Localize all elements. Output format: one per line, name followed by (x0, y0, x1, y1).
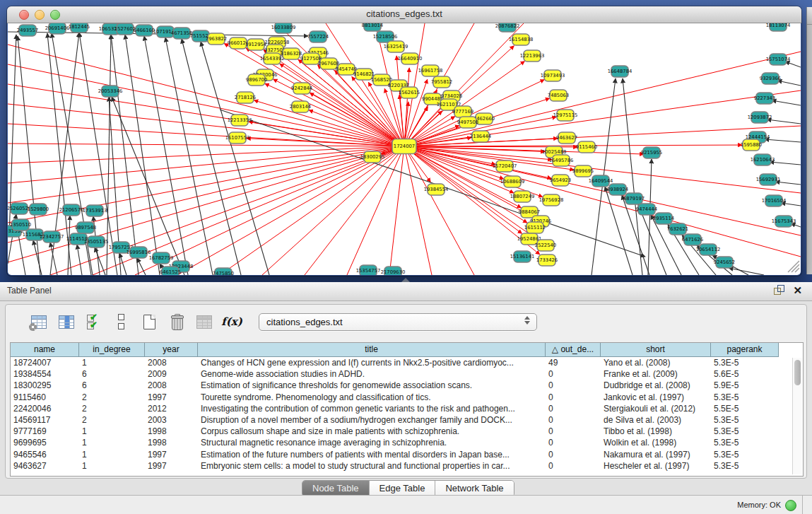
table-cell[interactable]: 9699695 (11, 438, 79, 448)
network-node[interactable]: 21206576 (59, 204, 84, 216)
network-edge[interactable] (404, 146, 801, 235)
network-node[interactable]: 2522540 (535, 240, 556, 251)
select-column-icon[interactable] (57, 313, 76, 331)
network-node[interactable]: 15692931 (756, 174, 781, 185)
network-node[interactable]: 21709630 (381, 267, 406, 275)
network-node[interactable]: 1562615 (399, 87, 420, 98)
network-edge[interactable] (254, 100, 404, 146)
network-node[interactable]: 16210643 (751, 154, 775, 165)
network-node[interactable]: 12975115 (553, 110, 578, 121)
table-cell[interactable]: 2009 (145, 369, 198, 379)
network-node[interactable]: 1812445 (69, 23, 90, 33)
table-cell[interactable]: 2 (79, 415, 145, 425)
network-node[interactable]: 9896700 (246, 74, 267, 86)
table-cell[interactable]: 1 (79, 438, 145, 448)
network-node[interactable]: 9329366 (760, 73, 781, 84)
table-cell[interactable]: 49 (546, 358, 601, 368)
table-cell[interactable]: 5.3E-5 (711, 392, 779, 402)
network-node[interactable]: 6879197 (623, 193, 645, 204)
table-row[interactable]: 1456911722003Disruption of a novel membe… (11, 414, 803, 426)
table-cell[interactable]: Franke et al. (2009) (601, 369, 711, 379)
table-cell[interactable]: 0 (546, 450, 601, 460)
column-header-pagerank[interactable]: pagerank (711, 343, 779, 357)
table-cell[interactable]: 2 (79, 392, 145, 402)
table-cell[interactable]: 1998 (145, 438, 198, 448)
table-cell[interactable]: 6 (79, 380, 145, 390)
network-edge[interactable] (347, 146, 404, 275)
network-node[interactable]: 2493557 (17, 25, 38, 36)
table-cell[interactable]: Changes of HCN gene expression and I(f) … (198, 358, 546, 368)
table-cell[interactable]: Dudbridge et al. (2008) (601, 380, 711, 390)
network-edge[interactable] (305, 146, 404, 275)
network-edge[interactable] (220, 110, 645, 257)
network-node[interactable]: 7475850 (213, 268, 234, 275)
table-cell[interactable]: 0 (546, 392, 601, 402)
table-cell[interactable]: Estimation of significance thresholds fo… (198, 380, 546, 390)
table-cell[interactable]: 14569117 (11, 415, 79, 425)
table-cell[interactable]: Corpus callosum shape and size in male p… (198, 426, 546, 436)
table-cell[interactable]: 1998 (145, 426, 198, 436)
table-cell[interactable]: Estimation of the future numbers of pati… (198, 450, 546, 460)
network-node[interactable]: 16107553 (225, 132, 250, 144)
table-cell[interactable]: 0 (546, 369, 601, 379)
table-cell[interactable]: 0 (546, 426, 601, 436)
network-node[interactable]: 15354757 (356, 265, 381, 275)
network-node[interactable]: 7632621 (667, 223, 688, 235)
network-edge[interactable] (95, 247, 105, 275)
network-node[interactable]: 1733426 (536, 255, 558, 266)
network-node[interactable]: 1529800 (28, 204, 49, 215)
scrollbar-thumb[interactable] (794, 360, 801, 385)
table-cell[interactable]: 0 (546, 380, 601, 390)
network-edge[interactable] (125, 35, 160, 275)
table-cell[interactable]: Embryonic stem cells: a model to study s… (198, 461, 546, 471)
table-cell[interactable]: Hescheler et al. (1997) (601, 461, 711, 471)
table-cell[interactable]: Tourette syndrome. Phenomenology and cla… (198, 392, 546, 402)
table-cell[interactable]: 9465546 (11, 450, 79, 460)
table-cell[interactable]: 1997 (145, 461, 198, 471)
network-node[interactable]: 7955812 (431, 76, 452, 88)
table-row[interactable]: 969969511998Structural magnetic resonanc… (11, 437, 803, 448)
network-node[interactable]: 4671358 (171, 28, 192, 39)
table-cell[interactable]: 0 (546, 404, 601, 414)
table-row[interactable]: 911546021997Tourette syndrome. Phenomeno… (11, 392, 803, 403)
table-cell[interactable]: 22420046 (11, 404, 79, 414)
table-cell[interactable]: 5.3E-5 (711, 415, 779, 425)
table-row[interactable]: 1938455462009Genome-wide association stu… (11, 368, 803, 380)
column-header-year[interactable]: year (145, 343, 198, 357)
table-vertical-scrollbar[interactable] (792, 358, 802, 474)
network-node[interactable]: 16995816 (126, 247, 151, 258)
column-header-out-de-[interactable]: △ out_de... (546, 343, 601, 357)
network-node[interactable]: 1615112 (524, 222, 546, 233)
table-cell[interactable]: 2008 (145, 380, 198, 390)
merge-rows-icon[interactable] (112, 313, 131, 331)
table-cell[interactable]: 0 (546, 461, 601, 471)
network-edge[interactable] (8, 144, 404, 146)
network-edge[interactable] (648, 159, 652, 275)
network-node[interactable]: 11675343 (772, 216, 796, 227)
network-node[interactable]: 17353913 (83, 205, 107, 216)
column-header-in-degree[interactable]: in_degree (79, 343, 145, 357)
column-header-short[interactable]: short (601, 343, 711, 357)
minimize-window-button[interactable] (35, 10, 45, 20)
column-header-name[interactable]: name (11, 343, 79, 357)
float-panel-icon[interactable] (774, 285, 784, 296)
network-node[interactable]: 10973493 (541, 70, 565, 81)
table-row[interactable]: 977716911998Corpus callosum shape and si… (11, 426, 803, 437)
network-node[interactable]: 9227343 (754, 93, 775, 104)
table-cell[interactable]: 18300295 (11, 380, 79, 390)
table-cell[interactable]: Investigating the contribution of common… (198, 404, 546, 414)
network-node[interactable]: 9463627 (556, 132, 577, 144)
network-edge[interactable] (265, 83, 404, 146)
table-cell[interactable]: 1 (79, 426, 145, 436)
table-row[interactable]: 1872400712008Changes of HCN gene express… (11, 357, 803, 368)
network-node[interactable]: 15751074 (766, 54, 791, 65)
table-cell[interactable]: 6 (79, 369, 145, 379)
table-cell[interactable]: 5.3E-5 (711, 461, 779, 471)
table-cell[interactable]: Stergiakouli et al. (2012) (601, 404, 711, 414)
network-node[interactable]: 9897548 (75, 222, 96, 233)
table-cell[interactable]: Nakamura et al. (1997) (601, 450, 711, 460)
network-node[interactable]: 7963822 (206, 33, 227, 45)
table-cell[interactable]: 2008 (145, 358, 198, 368)
network-node[interactable]: 17016504 (762, 195, 787, 206)
network-node[interactable]: 2718126 (235, 92, 256, 103)
